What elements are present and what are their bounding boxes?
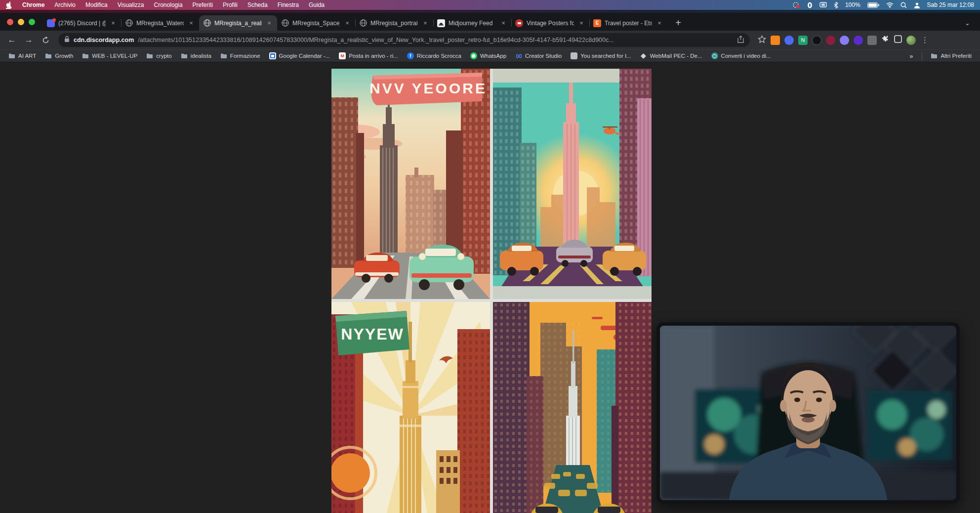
tab-close-icon[interactable]: ×: [499, 19, 507, 27]
share-icon[interactable]: [737, 36, 744, 45]
menu-finestra[interactable]: Finestra: [278, 1, 299, 8]
bookmark-label: Posta in arrivo - ri...: [349, 53, 398, 59]
bookmark-creator-studio[interactable]: Creator Studio: [512, 51, 565, 60]
omnibox-url-field[interactable]: cdn.discordapp.com /attachments/10135123…: [58, 33, 750, 47]
battery-icon[interactable]: [867, 2, 879, 8]
violet-extension-icon[interactable]: [854, 36, 863, 45]
bookmark-label: WEB - LEVEL-UP: [92, 53, 137, 59]
bluetooth-icon[interactable]: [834, 2, 838, 8]
menu-guida[interactable]: Guida: [309, 1, 325, 8]
tab-label: MRregista_Space_Advent: [292, 20, 340, 27]
globe-favicon: [203, 19, 211, 27]
menu-clock[interactable]: Sab 25 mar 12:08: [927, 1, 974, 8]
back-icon[interactable]: ←: [5, 33, 19, 47]
forward-icon[interactable]: →: [22, 33, 36, 47]
reload-icon[interactable]: [39, 33, 52, 47]
zoom-window-button[interactable]: [29, 19, 35, 25]
tab-space-adventure[interactable]: MRregista_Space_Advent ×: [277, 15, 355, 31]
tab-close-icon[interactable]: ×: [265, 19, 273, 27]
bookmark-folder-ai-art[interactable]: AI ART: [5, 51, 40, 60]
purple-extension-icon[interactable]: [840, 36, 849, 45]
blue-extension-icon[interactable]: [784, 36, 794, 45]
folder-icon: [82, 52, 89, 59]
tab-close-icon[interactable]: ×: [343, 19, 351, 27]
tab-close-icon[interactable]: ×: [109, 19, 117, 27]
screen-record-icon[interactable]: [793, 2, 800, 8]
tab-realistic-view-active[interactable]: MRregista_a_realistic_vie ×: [199, 15, 277, 31]
notion-extension-icon[interactable]: N: [798, 36, 808, 45]
tab-discord[interactable]: (2765) Discord | @Midjou ×: [43, 15, 121, 31]
folder-icon: [181, 52, 188, 59]
bookmark-facebook-profile[interactable]: f Riccardo Scrocca: [404, 51, 465, 60]
metamask-extension-icon[interactable]: [771, 36, 780, 45]
bookmark-folder-crypto[interactable]: crypto: [143, 51, 175, 60]
profile-frame-icon[interactable]: [894, 35, 902, 45]
tab-close-icon[interactable]: ×: [421, 19, 429, 27]
svg-text:NYYEW: NYYEW: [341, 325, 404, 343]
folder-icon: [45, 52, 52, 59]
bookmark-folder-web-level-up[interactable]: WEB - LEVEL-UP: [79, 51, 141, 60]
user-menu-icon[interactable]: [914, 2, 920, 8]
wifi-icon[interactable]: [886, 2, 894, 8]
tab-etsy[interactable]: E Travel poster - Etsy IT ×: [589, 15, 667, 31]
folder-icon: [8, 52, 15, 59]
battery-percent: 100%: [845, 1, 860, 8]
tab-midjourney-feed[interactable]: Midjourney Feed ×: [433, 15, 511, 31]
bookmark-converti-video[interactable]: Converti i video di...: [708, 51, 775, 60]
webmail-pec-icon: [640, 52, 647, 59]
close-window-button[interactable]: [7, 19, 13, 25]
tab-search-chevron-icon[interactable]: ⌄: [965, 19, 977, 31]
menu-modifica[interactable]: Modifica: [85, 1, 108, 8]
converter-icon: [711, 52, 718, 59]
bookmark-label: crypto: [156, 53, 171, 59]
menu-chrome[interactable]: Chrome: [22, 1, 44, 8]
bookmark-label: WhatsApp: [480, 53, 506, 59]
menu-kebab-icon[interactable]: ⋮: [920, 36, 930, 44]
bookmarks-separator: [922, 52, 922, 60]
bookmark-label: Formazione: [230, 53, 260, 59]
menu-scheda[interactable]: Scheda: [247, 1, 268, 8]
tab-close-icon[interactable]: ×: [187, 19, 195, 27]
menu-preferiti[interactable]: Preferiti: [193, 1, 213, 8]
menu-profili[interactable]: Profili: [223, 1, 238, 8]
bookmark-you-searched[interactable]: You searched for I...: [567, 51, 635, 60]
menu-visualizza[interactable]: Visualizza: [118, 1, 144, 8]
tab-close-icon[interactable]: ×: [655, 19, 663, 27]
profile-avatar[interactable]: [906, 36, 916, 45]
tab-label: Travel poster - Etsy IT: [605, 20, 652, 27]
window-controls: [7, 13, 43, 31]
macos-menu-bar: Chrome Archivio Modifica Visualizza Cron…: [0, 0, 980, 10]
gmail-icon: M: [339, 52, 346, 59]
apple-icon[interactable]: [6, 1, 12, 9]
bookmark-webmail-pec[interactable]: WebMail PEC - De...: [637, 51, 706, 60]
bookmarks-overflow-icon[interactable]: »: [905, 52, 917, 60]
bookmark-label: Creator Studio: [525, 53, 562, 59]
bookmark-label: Converti i video di...: [721, 53, 771, 59]
google-calendar-icon: [269, 52, 276, 59]
black-circle-extension-icon[interactable]: [812, 36, 821, 45]
tab-vintage-posters[interactable]: Vintage Posters for Sale | ×: [511, 15, 589, 31]
tab-portrait[interactable]: MRregista_portrait_on_a_ ×: [355, 15, 433, 31]
bookmark-folder-formazione[interactable]: Formazione: [217, 51, 264, 60]
display-icon[interactable]: [819, 2, 827, 8]
bookmark-gmail-inbox[interactable]: M Posta in arrivo - ri...: [335, 51, 402, 60]
new-tab-button[interactable]: +: [671, 16, 685, 30]
spotlight-search-icon[interactable]: [900, 2, 907, 8]
bookmark-folder-growth[interactable]: Growth: [41, 51, 77, 60]
url-host: cdn.discordapp.com: [74, 37, 134, 43]
tab-close-icon[interactable]: ×: [577, 19, 585, 27]
bookmark-star-icon[interactable]: [758, 35, 766, 45]
onepassword-extension-icon[interactable]: [826, 36, 835, 45]
menu-archivio[interactable]: Archivio: [54, 1, 76, 8]
chrome-toolbar: ← → cdn.discordapp.com /attachments/1013…: [0, 31, 980, 49]
tab-watercolor[interactable]: MRregista_Watercolor_Pa ×: [121, 15, 199, 31]
bookmark-google-calendar[interactable]: Google Calendar -...: [266, 51, 334, 60]
minimize-window-button[interactable]: [18, 19, 24, 25]
shield-app-icon[interactable]: [807, 2, 813, 8]
grid-extension-icon[interactable]: [867, 36, 877, 45]
extensions-puzzle-icon[interactable]: [881, 35, 890, 45]
menu-cronologia[interactable]: Cronologia: [154, 1, 183, 8]
bookmark-folder-altri-preferiti[interactable]: Altri Preferiti: [927, 51, 975, 60]
bookmark-folder-idealista[interactable]: idealista: [177, 51, 215, 60]
bookmark-whatsapp[interactable]: WhatsApp: [467, 51, 510, 60]
